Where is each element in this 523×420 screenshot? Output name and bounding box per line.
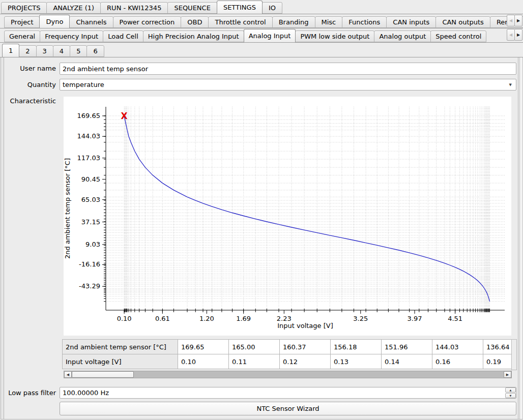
spin-up-button[interactable]: ▲: [505, 387, 516, 393]
tab-channel-6[interactable]: 6: [86, 45, 104, 57]
temperature-cell[interactable]: 136.64: [483, 340, 513, 354]
characteristic-table[interactable]: 2nd ambient temp sensor [°C] 169.65 165.…: [62, 339, 513, 369]
characteristic-label: Characteristic: [0, 97, 56, 106]
tab-analyze[interactable]: ANALYZE (1): [46, 2, 101, 14]
characteristic-chart-svg: 0.100.611.201.692.233.253.974.51169.6514…: [64, 97, 511, 336]
chart-grid: [106, 107, 505, 310]
tab-obd[interactable]: OBD: [181, 16, 209, 28]
svg-text:3.25: 3.25: [353, 315, 368, 322]
characteristic-chart: 0.100.611.201.692.233.253.974.51169.6514…: [64, 97, 511, 336]
svg-text:-16.16: -16.16: [79, 260, 100, 268]
left-arrow-icon: ◀: [67, 373, 69, 377]
left-arrow-icon: ◀: [509, 18, 512, 23]
temperature-cell[interactable]: 144.03: [432, 340, 483, 354]
tab-sequence[interactable]: SEQUENCE: [167, 2, 217, 14]
tab-throttle-control[interactable]: Throttle control: [208, 16, 272, 28]
tab-analog-output[interactable]: Analog output: [374, 31, 431, 42]
svg-text:0.10: 0.10: [117, 315, 132, 322]
tab-can-outputs[interactable]: CAN outputs: [435, 16, 490, 28]
table-row-temperature: 2nd ambient temp sensor [°C] 169.65 165.…: [63, 340, 513, 354]
quantity-select[interactable]: temperature ▼: [60, 79, 516, 91]
splitter-handle[interactable]: [1, 57, 4, 419]
table-horizontal-scrollbar[interactable]: ◀ ▶: [64, 371, 512, 378]
svg-text:3.97: 3.97: [408, 315, 422, 322]
tab-misc[interactable]: Misc: [315, 16, 343, 28]
svg-text:-43.29: -43.29: [79, 282, 100, 290]
tab-general[interactable]: General: [4, 31, 40, 42]
vertical-scrollbar[interactable]: [519, 57, 523, 419]
tab-load-cell[interactable]: Load Cell: [103, 31, 143, 42]
tab-project[interactable]: Project: [4, 16, 40, 28]
tab-frequency-input[interactable]: Frequency Input: [40, 31, 103, 42]
x-axis-label: Input voltage [V]: [277, 322, 333, 329]
characteristic-curve: [124, 116, 489, 302]
tab-channels[interactable]: Channels: [69, 16, 113, 28]
scrollbar-thumb[interactable]: [72, 371, 134, 378]
voltage-cell[interactable]: 0.16: [432, 354, 483, 369]
temperature-cell[interactable]: 165.00: [229, 340, 280, 354]
voltage-cell[interactable]: 0.13: [331, 354, 382, 369]
spin-down-button[interactable]: ▼: [505, 393, 516, 398]
tab-channel-5[interactable]: 5: [70, 45, 87, 57]
quantity-selected-value: temperature: [63, 81, 104, 88]
low-pass-filter-input[interactable]: [60, 387, 516, 399]
x-tick-labels: 0.100.611.201.692.233.253.974.51: [117, 310, 462, 322]
tab-pwm-low-side-output[interactable]: PWM low side output: [295, 31, 374, 42]
voltage-cell[interactable]: 0.14: [382, 354, 432, 369]
svg-text:117.03: 117.03: [77, 154, 101, 162]
svg-text:65.03: 65.03: [81, 196, 100, 203]
scroll-left-button[interactable]: ◀: [64, 371, 72, 378]
tab-scroll-left-button[interactable]: ◀: [507, 15, 515, 26]
tab-branding[interactable]: Branding: [272, 16, 315, 28]
application-window: { "main_tabs": { "items": ["PROJECTS", "…: [0, 0, 523, 420]
tab-can-inputs[interactable]: CAN inputs: [386, 16, 436, 28]
temperature-cell[interactable]: 160.37: [280, 340, 331, 354]
table-row-voltage: Input voltage [V] 0.10 0.11 0.12 0.13 0.…: [63, 354, 513, 369]
quantity-label: Quantity: [0, 79, 56, 91]
user-name-input[interactable]: [60, 63, 516, 75]
temperature-cell[interactable]: 151.96: [382, 340, 432, 354]
voltage-cell[interactable]: 0.12: [280, 354, 331, 369]
voltage-cell[interactable]: 0.10: [178, 354, 229, 369]
svg-text:1.69: 1.69: [236, 315, 251, 322]
right-arrow-icon: ▶: [506, 373, 509, 377]
svg-text:90.45: 90.45: [81, 175, 100, 183]
down-arrow-icon: ▼: [510, 394, 512, 397]
user-name-label: User name: [0, 63, 56, 75]
tab-run[interactable]: RUN - KWI12345: [100, 2, 168, 14]
right-arrow-icon: ▶: [517, 33, 520, 37]
tab-channel-2[interactable]: 2: [19, 45, 36, 57]
voltage-cell[interactable]: 0.11: [229, 354, 280, 369]
temperature-cell[interactable]: 169.65: [178, 340, 229, 354]
svg-text:4.51: 4.51: [448, 315, 462, 322]
up-arrow-icon: ▲: [510, 388, 512, 392]
voltage-cell[interactable]: 0.19: [483, 354, 513, 369]
ntc-sensor-wizard-button[interactable]: NTC Sensor Wizard: [60, 402, 516, 415]
svg-text:2.23: 2.23: [277, 315, 292, 322]
tab-io[interactable]: IO: [262, 2, 282, 14]
tab-dyno[interactable]: Dyno: [39, 15, 70, 28]
tab-settings[interactable]: SETTINGS: [217, 1, 263, 14]
tab-scroll-right-button[interactable]: ▶: [514, 29, 522, 41]
tab-channel-3[interactable]: 3: [36, 45, 53, 57]
temperature-cell[interactable]: 156.18: [331, 340, 382, 354]
tab-analog-input[interactable]: Analog Input: [244, 29, 296, 43]
tab-channel-4[interactable]: 4: [53, 45, 70, 57]
tab-projects[interactable]: PROJECTS: [1, 2, 47, 14]
tab-scroll-left-button[interactable]: ◀: [507, 29, 515, 41]
svg-text:144.03: 144.03: [77, 132, 101, 140]
curve-start-marker[interactable]: X: [121, 111, 128, 121]
main-tab-bar: PROJECTS ANALYZE (1) RUN - KWI12345 SEQU…: [0, 0, 523, 14]
tab-scroll-right-button[interactable]: ▶: [514, 15, 522, 26]
scroll-right-button[interactable]: ▶: [504, 371, 511, 378]
chevron-down-icon: ▼: [509, 83, 512, 87]
tab-functions[interactable]: Functions: [342, 16, 387, 28]
channel-tab-bar: 1 2 3 4 5 6: [0, 43, 523, 57]
tab-speed-control[interactable]: Speed control: [430, 31, 486, 42]
svg-text:9.03: 9.03: [85, 241, 100, 248]
y-axis-label: 2nd ambient temp sensor [°C]: [64, 158, 71, 259]
tab-power-correction[interactable]: Power correction: [113, 16, 182, 28]
tab-high-precision-analog-input[interactable]: High Precision Analog Input: [143, 31, 244, 42]
tab-channel-1[interactable]: 1: [2, 44, 19, 57]
row-header-temperature: 2nd ambient temp sensor [°C]: [63, 340, 178, 354]
